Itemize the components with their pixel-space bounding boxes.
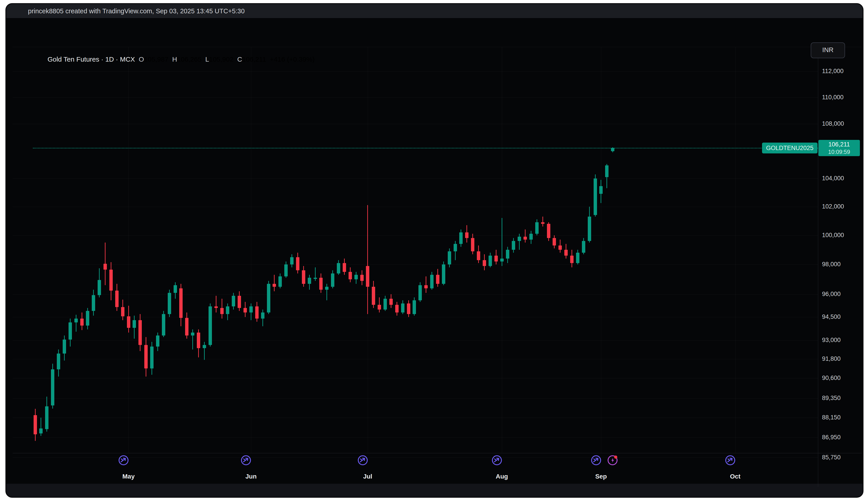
candle-body <box>74 319 78 322</box>
candle-body <box>570 255 574 263</box>
chart-area[interactable]: Gold Ten Futures · 1D · MCX O105,987 H10… <box>6 18 862 497</box>
candle-body <box>267 284 270 312</box>
last-price-value: 106,211 <box>818 140 860 149</box>
contract-rollover-icon[interactable] <box>591 455 601 466</box>
candle-body <box>401 303 404 312</box>
candle-body <box>354 275 358 279</box>
candle-body <box>430 275 434 288</box>
candle-body <box>249 307 253 312</box>
candle-body <box>605 165 609 177</box>
candle-body <box>558 245 562 250</box>
low-label: L <box>205 56 209 63</box>
open-value: 105,987 <box>144 56 168 63</box>
month-gridline <box>128 47 129 453</box>
candle-body <box>97 280 101 295</box>
price-tick-label: 102,000 <box>822 203 844 210</box>
candle-body <box>488 255 492 266</box>
candle-body <box>524 237 527 240</box>
candle-body <box>471 238 474 251</box>
candle-body <box>308 278 311 284</box>
price-tick-label: 90,600 <box>822 374 841 382</box>
candle-body <box>407 303 410 314</box>
candle-body <box>69 322 72 339</box>
candle-body <box>80 319 84 325</box>
price-tick-label: 88,150 <box>822 414 841 421</box>
month-label: Aug <box>488 473 515 480</box>
legend[interactable]: Gold Ten Futures · 1D · MCX O105,987 H10… <box>32 48 314 71</box>
candle-body <box>162 314 165 335</box>
candle-body <box>296 257 299 271</box>
candle-body <box>383 299 387 309</box>
price-tick-label: 86,950 <box>822 434 841 441</box>
candle-body <box>115 291 118 307</box>
candle-body <box>424 285 428 288</box>
candle-body <box>144 345 148 369</box>
candle-body <box>389 299 393 305</box>
candle-body <box>535 222 539 234</box>
candle-body <box>529 234 533 240</box>
candle-body <box>197 333 200 348</box>
currency-toggle-button[interactable]: INR <box>811 42 845 58</box>
candle-body <box>63 340 66 353</box>
month-label: Jun <box>237 473 265 480</box>
candle-wick <box>274 275 275 291</box>
candle-body <box>208 307 212 345</box>
price-gridline <box>13 438 818 438</box>
candle-wick <box>519 234 520 250</box>
price-tick-label: 108,000 <box>822 120 844 127</box>
candle-wick <box>525 230 526 242</box>
candle-wick <box>204 342 205 360</box>
candle-body <box>506 250 509 259</box>
candle-body <box>436 275 440 284</box>
candle-body <box>512 241 515 250</box>
price-tick-label: 100,000 <box>822 232 844 239</box>
candle-wick <box>426 277 426 293</box>
candle-body <box>494 255 498 261</box>
contract-rollover-icon[interactable] <box>358 455 368 466</box>
watermark-text: princek8805 created with TradingView.com… <box>28 4 245 18</box>
candle-body <box>109 270 113 291</box>
price-gridline <box>13 294 818 294</box>
candle-body <box>255 307 259 319</box>
candle-body <box>418 285 422 300</box>
candle-body <box>319 278 323 290</box>
price-gridline <box>13 124 818 124</box>
contract-rollover-icon[interactable] <box>118 455 129 466</box>
month-label: May <box>115 473 142 480</box>
price-tick-label: 89,350 <box>822 395 841 402</box>
candle-body <box>611 148 614 151</box>
current-price-line <box>33 148 818 149</box>
pane-top-border <box>13 47 862 47</box>
price-tick-label: 93,000 <box>822 337 841 344</box>
candle-body <box>203 345 206 348</box>
candle-body <box>442 264 445 284</box>
candle-body <box>92 295 95 311</box>
candle-body <box>395 305 399 312</box>
candle-body <box>378 305 381 309</box>
candle-body <box>103 264 107 270</box>
lightning-alert-icon[interactable] <box>607 455 618 466</box>
price-tick-label: 85,750 <box>822 454 841 461</box>
contract-rollover-icon[interactable] <box>241 455 251 466</box>
candle-body <box>51 369 54 405</box>
candle-body <box>272 284 276 287</box>
candle-body <box>138 320 142 345</box>
time-axis-separator <box>13 453 862 453</box>
candle-body <box>191 333 194 336</box>
price-gridline <box>13 317 818 317</box>
close-label: C <box>237 56 242 63</box>
contract-rollover-icon[interactable] <box>492 455 502 466</box>
candle-body <box>325 287 329 290</box>
candle-body <box>518 237 521 241</box>
price-gridline <box>13 418 818 418</box>
candle-body <box>133 320 136 328</box>
candle-body <box>448 251 451 265</box>
candle-body <box>343 263 346 272</box>
candle-body <box>593 179 597 215</box>
symbol-title[interactable]: Gold Ten Futures · 1D · MCX <box>48 56 135 63</box>
candle-body <box>547 224 550 238</box>
candle-body <box>599 186 603 194</box>
candle-body <box>127 316 130 328</box>
contract-rollover-icon[interactable] <box>725 455 735 466</box>
candle-body <box>337 263 340 273</box>
